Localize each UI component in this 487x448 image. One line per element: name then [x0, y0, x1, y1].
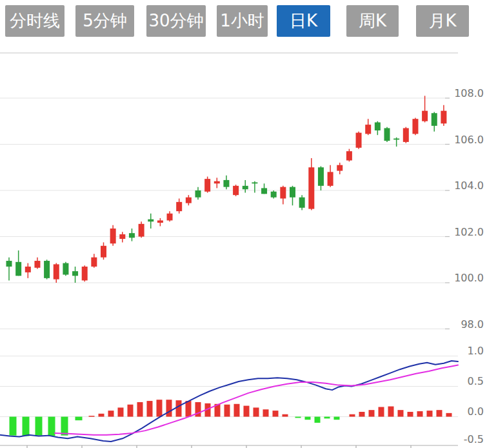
price-axis-label-102: 102.0: [450, 227, 484, 238]
price-axis-label-104: 104.0: [450, 180, 484, 192]
macd-axis-label-1: 1.0: [450, 345, 484, 357]
macd-axis-label-neg05: -0.5: [450, 434, 484, 445]
macd-axis-label-05: 0.5: [450, 376, 484, 387]
kline-app: 分时线 5分钟 30分钟 1小时 日K 周K 月K 108.0 106.0 10…: [0, 0, 487, 448]
macd-axis-label-0: 0.0: [450, 406, 484, 418]
kline-chart-canvas[interactable]: [0, 0, 487, 448]
price-axis-label-100: 100.0: [450, 272, 484, 284]
price-axis-label-108: 108.0: [450, 88, 484, 99]
price-axis-label-98: 98.0: [450, 319, 484, 331]
price-axis-label-106: 106.0: [450, 134, 484, 146]
